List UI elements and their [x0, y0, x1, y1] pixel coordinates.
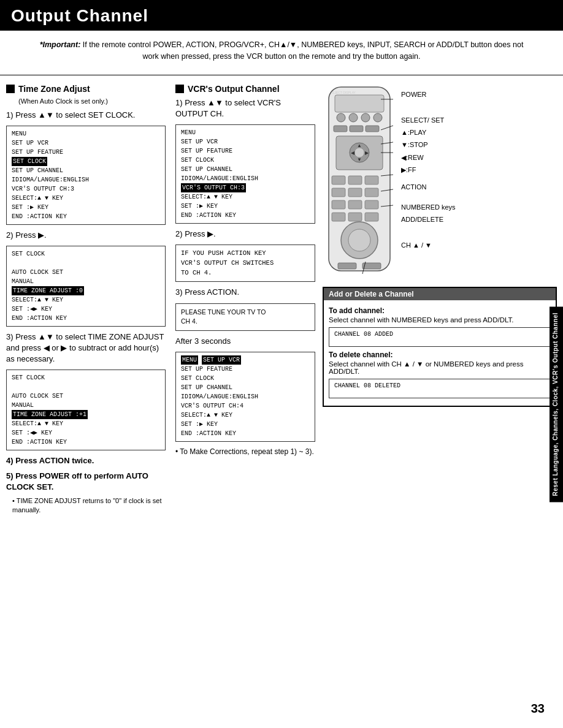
remote-svg: ▲ ▼ ◀ ▶ [323, 84, 396, 280]
svg-text:▲: ▲ [357, 143, 362, 148]
black-square-icon [6, 85, 15, 93]
ff-label: ▶:FF [401, 165, 456, 174]
tz-step4: 4) Press ACTION twice. [6, 455, 166, 466]
side-tab: Reset Language, Channels, Clock, VCR's O… [550, 306, 563, 502]
svg-point-3 [349, 113, 358, 122]
add-delete-title: Add or Delete a Channel [324, 288, 556, 300]
svg-text:◀: ◀ [351, 150, 355, 156]
svg-rect-23 [348, 200, 362, 209]
vcr-menu2-highlight: MENU [181, 355, 198, 365]
vcr-menu2: MENU SET UP VCR SET UP FEATURE SET CLOCK… [175, 352, 315, 442]
svg-text:EJECT  DISPLAY: EJECT DISPLAY [332, 91, 356, 94]
svg-rect-20 [348, 188, 362, 197]
black-square-icon2 [175, 85, 184, 93]
svg-point-5 [373, 113, 382, 122]
svg-point-4 [361, 113, 370, 122]
svg-rect-26 [348, 213, 362, 221]
important-note: *Important: If the remote control POWER,… [37, 39, 526, 63]
svg-rect-19 [332, 188, 345, 197]
tz-menu2: SET CLOCK AUTO CLOCK SET MANUAL TIME ZON… [6, 246, 166, 327]
delete-display: CHANNEL 08 DELETED [329, 379, 551, 398]
svg-rect-27 [365, 213, 378, 221]
svg-rect-21 [365, 188, 378, 197]
action-label: ACTION [401, 183, 456, 191]
svg-rect-16 [332, 176, 345, 184]
delete-text: Select channel with CH ▲ / ▼ or NUMBERED… [329, 360, 551, 375]
page-title: Output Channel [11, 6, 552, 26]
divider [0, 75, 563, 75]
select-set-label: SELECT/ SET [401, 116, 456, 124]
vcr-menu1-highlight: VCR'S OUTPUT CH:3 [181, 183, 246, 192]
vcr-output-section: VCR's Output Channel 1) Press ▲▼ to sele… [172, 84, 319, 515]
tz-step5-text: 5) Press POWER off to perform AUTO CLOCK… [6, 471, 148, 491]
svg-rect-30 [338, 263, 356, 269]
ch-label: CH ▲ / ▼ [401, 241, 456, 249]
svg-rect-1 [335, 95, 384, 112]
stop-label: ▼:STOP [401, 140, 456, 149]
svg-rect-6 [334, 126, 347, 132]
tz-step3a: 3) Press ▲▼ to select TIME ZONE ADJUST [6, 332, 164, 341]
add-delete-content: To add channel: Select channel with NUMB… [324, 300, 556, 406]
vcr-output-title-text: VCR's Output Channel [188, 84, 280, 94]
add-delete-label: ADD/DELETE [401, 215, 456, 224]
tune-line1: PLEASE TUNE YOUR TV TO [181, 308, 310, 317]
play-label: ▲:PLAY [401, 128, 456, 137]
svg-text:▼: ▼ [357, 157, 362, 162]
vcr-after: After 3 seconds [175, 336, 315, 347]
rew-label: ◀:REW [401, 153, 456, 162]
svg-rect-7 [350, 126, 363, 132]
add-head: To add channel: [329, 306, 551, 315]
important-text: If the remote control POWER, ACTION, PRO… [80, 40, 523, 61]
time-zone-title: Time Zone Adjust [6, 84, 166, 94]
remote-wrapper: ▲ ▼ ◀ ▶ [323, 84, 557, 282]
svg-rect-17 [348, 176, 362, 184]
tz-step4-text: 4) Press ACTION twice. [6, 456, 94, 465]
time-zone-subtitle: (When Auto Clock is set only.) [18, 97, 166, 105]
svg-rect-8 [366, 126, 379, 132]
add-display: CHANNEL 08 ADDED [329, 327, 551, 347]
numbered-label: NUMBERED keys [401, 203, 456, 211]
tz-menu3-highlight: TIME ZONE ADJUST :+1 [12, 410, 88, 419]
tz-menu1: MENU SET UP VCR SET UP FEATURE SET CLOCK… [6, 126, 166, 225]
power-label: POWER [401, 90, 456, 99]
tz-step3: 3) Press ▲▼ to select TIME ZONE ADJUST a… [6, 332, 166, 365]
tz-step5: 5) Press POWER off to perform AUTO CLOCK… [6, 471, 166, 493]
svg-rect-18 [365, 176, 378, 184]
vcr-info-box: IF YOU PUSH ACTION KEY VCR'S OUTPUT CH S… [175, 245, 315, 282]
svg-rect-24 [365, 200, 378, 209]
tz-menu1-highlight: SET CLOCK [12, 157, 47, 166]
vcr-step3: 3) Press ACTION. [175, 287, 315, 298]
vcr-tune-box: PLEASE TUNE YOUR TV TO CH 4. [175, 303, 315, 332]
add-text: Select channel with NUMBERED keys and pr… [329, 316, 551, 324]
main-content: Time Zone Adjust (When Auto Clock is set… [0, 84, 563, 515]
important-label: *Important: [40, 40, 81, 49]
time-zone-section: Time Zone Adjust (When Auto Clock is set… [6, 84, 172, 515]
svg-point-29 [348, 229, 370, 251]
svg-point-11 [354, 148, 364, 157]
svg-rect-25 [332, 213, 345, 221]
tz-bullet: • TIME ZONE ADJUST returns to "0" if clo… [12, 496, 166, 515]
svg-rect-22 [332, 200, 345, 209]
right-section: ▲ ▼ ◀ ▶ [319, 84, 557, 515]
tz-step1: 1) Press ▲▼ to select SET CLOCK. [6, 110, 166, 121]
remote-image: ▲ ▼ ◀ ▶ [323, 84, 396, 282]
remote-labels: POWER SELECT/ SET ▲:PLAY ▼:STOP ◀:REW ▶:… [401, 84, 456, 282]
time-zone-title-text: Time Zone Adjust [18, 84, 90, 94]
svg-point-2 [337, 113, 345, 122]
vcr-menu1: MENU SET UP VCR SET UP FEATURE SET CLOCK… [175, 124, 315, 224]
tz-step2: 2) Press ▶. [6, 230, 166, 241]
tz-menu3: SET CLOCK AUTO CLOCK SET MANUAL TIME ZON… [6, 370, 166, 450]
tz-menu2-highlight: TIME ZONE ADJUST :0 [12, 286, 84, 295]
vcr-corrections: • To Make Corrections, repeat step 1) ~ … [175, 447, 315, 457]
delete-head: To delete channel: [329, 351, 551, 359]
add-delete-box: Add or Delete a Channel To add channel: … [323, 287, 557, 407]
tune-line2: CH 4. [181, 317, 310, 327]
vcr-output-title: VCR's Output Channel [175, 84, 315, 94]
svg-text:▶: ▶ [365, 150, 369, 156]
vcr-step1: 1) Press ▲▼ to select VCR'S OUTPUT CH. [175, 97, 315, 119]
vcr-step2: 2) Press ▶. [175, 229, 315, 240]
page-number: 33 [531, 702, 545, 716]
page-header: Output Channel [0, 0, 563, 31]
tz-step3b: and press ◀ or ▶ to subtract or add hour… [6, 343, 159, 363]
